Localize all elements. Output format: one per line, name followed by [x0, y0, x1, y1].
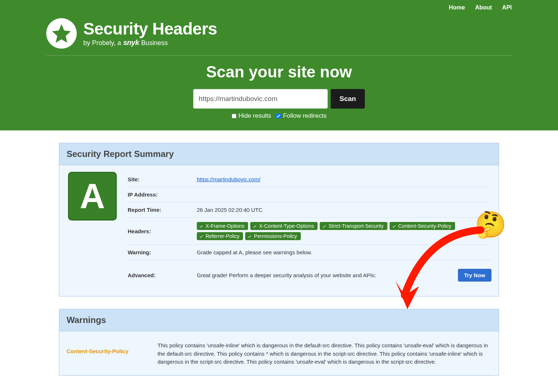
summary-table: Site: https://martindubovic.com/ IP Addr…: [128, 172, 491, 290]
warnings-panel: Warnings Content-Security-PolicyThis pol…: [59, 309, 499, 376]
header-pill: Strict-Transport-Security: [320, 222, 387, 230]
nav-api[interactable]: API: [502, 4, 512, 11]
header-pill: Permissions-Policy: [245, 232, 300, 240]
scan-button[interactable]: Scan: [331, 89, 364, 109]
scan-section: Scan your site now Scan Hide results Fol…: [46, 56, 512, 130]
tagline-suffix: Business: [141, 39, 168, 47]
header-pill: Content-Security-Policy: [390, 222, 455, 230]
ip-label: IP Address:: [128, 191, 197, 198]
scan-options: Hide results Follow redirects: [46, 112, 512, 120]
summary-row-ip: IP Address:: [128, 187, 491, 202]
warning-value: Grade capped at A, please see warnings b…: [197, 249, 491, 255]
nav-links: Home About API: [46, 0, 512, 13]
hide-results-label: Hide results: [239, 112, 271, 120]
scan-title: Scan your site now: [46, 63, 512, 81]
follow-redirects-label: Follow redirects: [283, 112, 326, 120]
header-pill: Referrer-Policy: [197, 232, 243, 240]
header-pill: X-Frame-Options: [197, 222, 248, 230]
content-area: Security Report Summary A Site: https://…: [55, 143, 503, 376]
logo-row: Security Headers by Probely, a snyk Busi…: [46, 13, 512, 55]
warnings-panel-header: Warnings: [59, 309, 499, 331]
summary-panel-title: Security Report Summary: [67, 149, 491, 159]
logo-tagline: by Probely, a snyk Business: [83, 39, 217, 47]
warnings-panel-title: Warnings: [67, 315, 491, 325]
hide-results-option[interactable]: Hide results: [232, 112, 271, 120]
top-banner: Home About API Security Headers by Probe…: [0, 0, 558, 130]
summary-panel-header: Security Report Summary: [59, 143, 499, 165]
warning-item-label: Content-Security-Policy: [67, 342, 158, 354]
url-input[interactable]: [193, 89, 328, 109]
grade-letter: A: [80, 179, 105, 214]
headers-label: Headers:: [128, 228, 197, 234]
site-link[interactable]: https://martindubovic.com/: [197, 176, 260, 182]
follow-redirects-option[interactable]: Follow redirects: [276, 112, 326, 120]
site-label: Site:: [128, 176, 197, 182]
try-now-button[interactable]: Try Now: [458, 269, 491, 282]
nav-about[interactable]: About: [475, 4, 492, 11]
summary-row-advanced: Advanced: Great grade! Perform a deeper …: [128, 260, 491, 290]
warning-item-text: This policy contains 'unsafe-inline' whi…: [158, 342, 491, 366]
header-pills: X-Frame-OptionsX-Content-Type-OptionsStr…: [197, 222, 491, 240]
warning-label: Warning:: [128, 249, 197, 255]
grade-badge: A: [68, 172, 117, 221]
summary-row-warning: Warning: Grade capped at A, please see w…: [128, 245, 491, 260]
header-pill: X-Content-Type-Options: [250, 222, 318, 230]
star-icon: [46, 18, 77, 49]
report-time-label: Report Time:: [128, 207, 197, 213]
tagline-prefix: by Probely, a: [83, 39, 121, 47]
summary-row-headers: Headers: X-Frame-OptionsX-Content-Type-O…: [128, 218, 491, 245]
warning-row: Content-Security-PolicyThis policy conta…: [67, 331, 491, 375]
logo-title: Security Headers: [83, 20, 217, 37]
advanced-text: Great grade! Perform a deeper security a…: [197, 272, 376, 278]
advanced-label: Advanced:: [128, 272, 197, 278]
follow-redirects-checkbox[interactable]: [276, 114, 281, 118]
hide-results-checkbox[interactable]: [232, 114, 236, 118]
nav-home[interactable]: Home: [449, 4, 465, 11]
report-time-value: 26 Jan 2025 02:20:40 UTC: [197, 207, 491, 213]
summary-panel: Security Report Summary A Site: https://…: [59, 143, 499, 296]
summary-row-site: Site: https://martindubovic.com/: [128, 172, 491, 187]
warnings-body: Content-Security-PolicyThis policy conta…: [59, 331, 499, 375]
scan-form: Scan: [46, 89, 512, 109]
tagline-brand: snyk: [123, 39, 139, 47]
summary-row-time: Report Time: 26 Jan 2025 02:20:40 UTC: [128, 202, 491, 218]
